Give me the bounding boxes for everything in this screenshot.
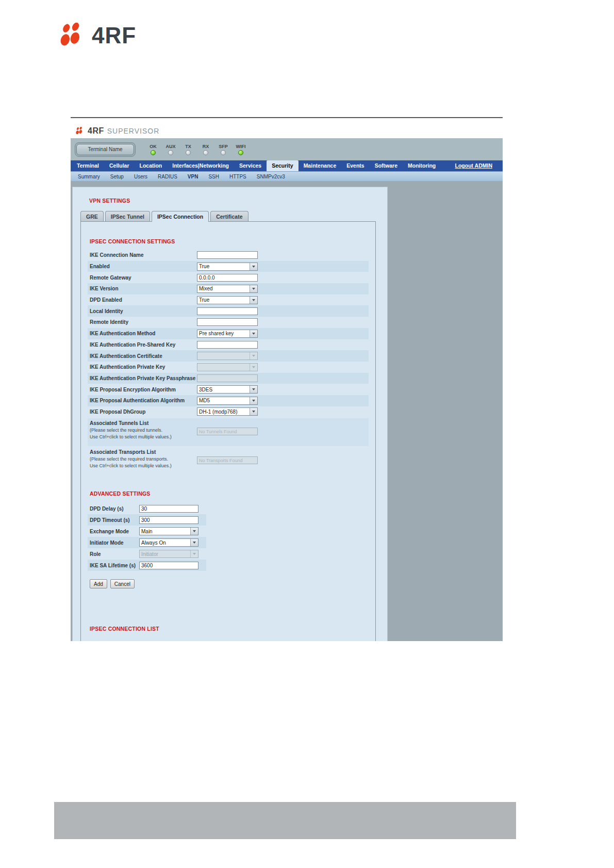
tab-ipsec-tunnel[interactable]: IPSec Tunnel — [105, 211, 150, 221]
menu-interfaces-networking[interactable]: Interfaces|Networking — [167, 160, 234, 171]
remote-identity-input[interactable] — [197, 318, 258, 326]
menu-cellular[interactable]: Cellular — [104, 160, 135, 171]
menu-monitoring[interactable]: Monitoring — [403, 160, 441, 171]
ike-dhgroup-select[interactable]: DH-1 (modp768) — [197, 407, 258, 416]
menu-software[interactable]: Software — [370, 160, 403, 171]
tab-ipsec-connection[interactable]: IPSec Connection — [152, 211, 209, 222]
chevron-down-icon[interactable] — [250, 397, 257, 404]
add-button[interactable]: Add — [90, 579, 107, 588]
form-row: IKE Authentication Private Key Passphras… — [88, 373, 369, 384]
chevron-down-icon — [190, 550, 198, 558]
ike-auth-algorithm-select[interactable]: MD5 — [197, 397, 258, 405]
ike-encryption-algorithm-select[interactable]: 3DES — [197, 385, 258, 394]
col-connection-name: Connection Name — [125, 641, 167, 641]
advanced-settings-title: ADVANCED SETTINGS — [90, 490, 375, 497]
page-title: VPN SETTINGS — [89, 198, 387, 204]
role-select: Initiator — [139, 550, 198, 558]
led-label: TX — [185, 144, 191, 149]
ike-connection-name-input[interactable] — [197, 251, 258, 259]
submenu-ssh[interactable]: SSH — [203, 174, 224, 179]
dpd-timeout-input[interactable] — [139, 516, 198, 524]
submenu-vpn[interactable]: VPN — [182, 174, 204, 179]
form-row: IKE Authentication Certificate — [88, 350, 369, 362]
form-row: IKE SA Lifetime (s) — [88, 560, 206, 571]
logout-link[interactable]: Logout ADMIN — [450, 160, 497, 171]
form-row: IKE Connection Name — [88, 250, 369, 261]
vpn-tabs: GRE IPSec Tunnel IPSec Connection Certif… — [80, 211, 387, 221]
submenu-setup[interactable]: Setup — [105, 174, 129, 179]
form-row: Remote Identity — [88, 317, 369, 328]
chevron-down-icon[interactable] — [250, 263, 257, 270]
led-label: WIFI — [236, 144, 246, 149]
menu-maintenance[interactable]: Maintenance — [298, 160, 342, 171]
chevron-down-icon[interactable] — [250, 330, 257, 337]
chevron-down-icon[interactable] — [190, 528, 198, 535]
ike-auth-private-key-select — [197, 363, 258, 371]
field-label: IKE Proposal DhGroup — [90, 409, 197, 415]
submenu-snmp[interactable]: SNMPv2cv3 — [252, 174, 290, 179]
terminal-name-button[interactable]: Terminal Name — [76, 144, 134, 155]
field-label: DPD Delay (s) — [90, 506, 139, 512]
form-row: Local Identity — [88, 305, 369, 317]
tab-certificate[interactable]: Certificate — [210, 211, 248, 221]
col-select: Select — [90, 641, 104, 641]
chevron-down-icon[interactable] — [250, 386, 257, 393]
select-value: True — [197, 297, 250, 303]
exchange-mode-select[interactable]: Main — [139, 527, 198, 535]
led-wifi-dot — [238, 150, 243, 155]
local-identity-input[interactable] — [197, 307, 258, 315]
ike-version-select[interactable]: Mixed — [197, 285, 258, 293]
submenu-summary[interactable]: Summary — [73, 174, 105, 179]
chevron-down-icon[interactable] — [250, 285, 257, 292]
4rf-logo-icon — [76, 127, 85, 135]
initiator-mode-select[interactable]: Always On — [139, 538, 198, 547]
section-title: IPSEC CONNECTION SETTINGS — [90, 238, 375, 244]
cancel-button[interactable]: Cancel — [110, 579, 135, 588]
field-label: Initiator Mode — [90, 540, 139, 546]
remote-gateway-input[interactable] — [197, 274, 258, 282]
led-label: OK — [150, 144, 157, 149]
select-value: Mixed — [197, 286, 250, 291]
separator-line — [71, 117, 503, 118]
form-row: IKE Authentication Method Pre shared key — [88, 328, 369, 339]
menu-services[interactable]: Services — [234, 160, 267, 171]
submenu-https[interactable]: HTTPS — [224, 174, 252, 179]
menu-events[interactable]: Events — [341, 160, 369, 171]
form-row: IKE Proposal Authentication Algorithm MD… — [88, 395, 369, 406]
ike-private-key-passphrase-input — [197, 374, 258, 382]
select-value: Initiator — [140, 551, 190, 557]
associated-transports-row: Associated Transports List (Please selec… — [88, 447, 369, 475]
form-row: Enabled True — [88, 261, 369, 272]
ike-auth-method-select[interactable]: Pre shared key — [197, 330, 258, 338]
dpd-enabled-select[interactable]: True — [197, 296, 258, 304]
field-label: Remote Identity — [90, 319, 197, 325]
ike-preshared-key-input[interactable] — [197, 341, 258, 349]
field-label: IKE Proposal Authentication Algorithm — [90, 398, 197, 403]
led-tx-dot — [186, 150, 191, 155]
status-band: Terminal Name OK AUX TX RX SFP — [71, 138, 503, 160]
field-label: Role — [90, 551, 139, 557]
ike-sa-lifetime-input[interactable] — [139, 562, 198, 569]
select-value: 3DES — [197, 387, 250, 392]
chevron-down-icon[interactable] — [250, 297, 257, 304]
field-label: Associated Transports List — [90, 449, 197, 455]
tunnels-listbox: No Tunnels Found — [197, 428, 258, 435]
tab-gre[interactable]: GRE — [80, 211, 104, 221]
field-label: IKE Version — [90, 286, 197, 291]
enabled-select[interactable]: True — [197, 263, 258, 271]
submenu-radius[interactable]: RADIUS — [153, 174, 182, 179]
col-group: Group — [289, 641, 304, 641]
select-value: Always On — [140, 540, 190, 546]
led-sfp-dot — [221, 150, 226, 155]
app-header: 4RF SUPERVISOR — [71, 124, 503, 138]
menu-terminal[interactable]: Terminal — [72, 160, 104, 171]
chevron-down-icon[interactable] — [250, 408, 257, 415]
field-label: DPD Timeout (s) — [90, 517, 139, 523]
supervisor-screenshot: 4RF SUPERVISOR Terminal Name OK AUX TX R… — [71, 124, 503, 641]
chevron-down-icon[interactable] — [190, 539, 198, 546]
menu-location[interactable]: Location — [135, 160, 168, 171]
led-label: SFP — [219, 144, 228, 149]
dpd-delay-input[interactable] — [139, 505, 198, 513]
menu-security[interactable]: Security — [267, 160, 298, 171]
submenu-users[interactable]: Users — [129, 174, 153, 179]
